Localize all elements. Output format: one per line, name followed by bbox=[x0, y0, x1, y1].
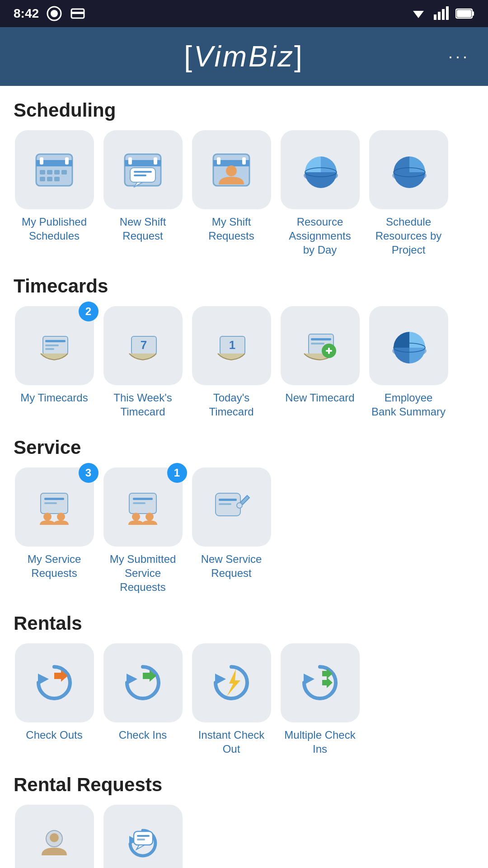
status-bar: 8:42 bbox=[0, 0, 488, 27]
timecard7-icon: 7 bbox=[120, 323, 165, 368]
service-grid: 3 My ServiceRequests bbox=[14, 467, 474, 594]
item-instant-check-out[interactable]: Instant CheckOut bbox=[191, 643, 272, 756]
item-multiple-check-ins[interactable]: Multiple CheckIns bbox=[279, 643, 361, 756]
svg-rect-58 bbox=[44, 502, 57, 504]
pie-blue2-icon bbox=[386, 147, 431, 193]
timecard1-icon: 1 bbox=[209, 323, 254, 368]
app-header: [VimBiz] ··· bbox=[0, 27, 488, 86]
svg-rect-18 bbox=[54, 170, 60, 175]
svg-rect-50 bbox=[311, 343, 324, 344]
item-my-timecards[interactable]: 2 My Timecards bbox=[14, 306, 95, 419]
label-new-service-request: New ServiceRequest bbox=[201, 552, 262, 580]
section-title-rentals: Rentals bbox=[14, 613, 474, 634]
header-menu-button[interactable]: ··· bbox=[448, 47, 470, 66]
calendar-grid-icon bbox=[32, 147, 77, 193]
item-todays-timecard[interactable]: 1 Today'sTimecard bbox=[191, 306, 272, 419]
label-my-submitted-service-requests: My SubmittedServiceRequests bbox=[110, 552, 176, 594]
section-rentals: Rentals Check Outs bbox=[14, 613, 474, 756]
section-service: Service 3 My bbox=[14, 437, 474, 594]
timecard-icon bbox=[32, 323, 77, 368]
rental-requests-grid: My RentalRequests New RentalReque bbox=[14, 805, 474, 868]
icon-box-check-ins bbox=[103, 643, 183, 722]
status-right bbox=[410, 5, 474, 22]
checkout-icon bbox=[32, 660, 77, 705]
signal-icon bbox=[433, 5, 449, 22]
svg-rect-7 bbox=[442, 9, 445, 20]
pie-blue-icon bbox=[297, 147, 343, 193]
label-my-service-requests: My ServiceRequests bbox=[28, 552, 81, 580]
icon-box-todays-timecard: 1 bbox=[192, 306, 271, 385]
label-check-ins: Check Ins bbox=[119, 728, 167, 742]
svg-rect-49 bbox=[311, 338, 331, 340]
section-title-timecards: Timecards bbox=[14, 275, 474, 297]
pie-blue3-icon bbox=[386, 323, 431, 368]
item-my-shift-requests[interactable]: My ShiftRequests bbox=[191, 130, 272, 257]
item-this-weeks-timecard[interactable]: 7 This Week'sTimecard bbox=[102, 306, 183, 419]
icon-box-instant-check-out bbox=[192, 643, 271, 722]
svg-rect-20 bbox=[40, 177, 45, 181]
item-my-service-requests[interactable]: 3 My ServiceRequests bbox=[14, 467, 95, 594]
svg-marker-4 bbox=[413, 11, 424, 18]
checkin-icon bbox=[120, 660, 165, 705]
item-schedule-resources-by-project[interactable]: ScheduleResources byProject bbox=[368, 130, 449, 257]
icon-box-new-shift-request bbox=[103, 130, 183, 209]
label-resource-assignments-by-day: ResourceAssignmentsby Day bbox=[289, 215, 351, 257]
svg-point-80 bbox=[50, 833, 59, 842]
svg-rect-15 bbox=[65, 157, 69, 165]
icon-box-my-submitted-service-requests: 1 bbox=[103, 467, 183, 547]
svg-rect-68 bbox=[219, 503, 231, 505]
section-timecards: Timecards 2 My Timecards bbox=[14, 275, 474, 419]
label-employee-bank-summary: EmployeeBank Summary bbox=[371, 391, 446, 419]
item-check-outs[interactable]: Check Outs bbox=[14, 643, 95, 756]
svg-marker-78 bbox=[322, 677, 333, 688]
svg-rect-42 bbox=[45, 344, 59, 346]
svg-point-65 bbox=[145, 513, 154, 521]
item-my-published-schedules[interactable]: My PublishedSchedules bbox=[14, 130, 95, 257]
svg-rect-33 bbox=[217, 157, 221, 165]
service-chat-icon bbox=[209, 484, 254, 529]
status-time: 8:42 bbox=[14, 6, 39, 21]
svg-point-1 bbox=[51, 10, 58, 17]
item-new-service-request[interactable]: New ServiceRequest bbox=[191, 467, 272, 594]
svg-rect-5 bbox=[434, 14, 436, 20]
svg-rect-16 bbox=[40, 170, 45, 175]
svg-rect-17 bbox=[47, 170, 52, 175]
svg-rect-3 bbox=[71, 12, 84, 14]
svg-marker-75 bbox=[227, 669, 240, 696]
item-my-rental-requests[interactable]: My RentalRequests bbox=[14, 805, 95, 868]
svg-point-35 bbox=[226, 165, 237, 176]
rental-person-icon bbox=[32, 821, 77, 867]
service-people-icon bbox=[32, 484, 77, 529]
service-people2-icon bbox=[120, 484, 165, 529]
item-check-ins[interactable]: Check Ins bbox=[102, 643, 183, 756]
label-todays-timecard: Today'sTimecard bbox=[209, 391, 253, 419]
item-new-timecard[interactable]: New Timecard bbox=[279, 306, 361, 419]
item-my-submitted-service-requests[interactable]: 1 My SubmittedServiceRequests bbox=[102, 467, 183, 594]
item-resource-assignments-by-day[interactable]: ResourceAssignmentsby Day bbox=[279, 130, 361, 257]
section-title-service: Service bbox=[14, 437, 474, 458]
timecard-plus-icon bbox=[297, 323, 343, 368]
icon-box-multiple-check-ins bbox=[281, 643, 360, 722]
section-scheduling: Scheduling bbox=[14, 99, 474, 257]
svg-point-60 bbox=[57, 513, 65, 521]
badge-my-submitted-service-requests: 1 bbox=[167, 463, 187, 483]
svg-rect-82 bbox=[134, 831, 153, 845]
icon-box-new-timecard bbox=[281, 306, 360, 385]
icon-box-new-rental-request bbox=[103, 805, 183, 868]
rental-chat-icon bbox=[120, 821, 165, 867]
svg-rect-29 bbox=[134, 171, 152, 173]
label-my-published-schedules: My PublishedSchedules bbox=[22, 215, 87, 243]
svg-rect-14 bbox=[40, 157, 43, 165]
rentals-grid: Check Outs Check Ins bbox=[14, 643, 474, 756]
svg-rect-19 bbox=[61, 170, 67, 175]
item-new-shift-request[interactable]: New ShiftRequest bbox=[102, 130, 183, 257]
item-employee-bank-summary[interactable]: EmployeeBank Summary bbox=[368, 306, 449, 419]
svg-rect-30 bbox=[134, 175, 146, 176]
svg-rect-41 bbox=[45, 340, 66, 342]
label-new-shift-request: New ShiftRequest bbox=[120, 215, 166, 243]
svg-rect-53 bbox=[328, 348, 330, 354]
item-new-rental-request[interactable]: New RentalRequest bbox=[102, 805, 183, 868]
label-my-shift-requests: My ShiftRequests bbox=[208, 215, 254, 243]
card-icon bbox=[70, 5, 86, 22]
svg-text:7: 7 bbox=[141, 338, 147, 352]
